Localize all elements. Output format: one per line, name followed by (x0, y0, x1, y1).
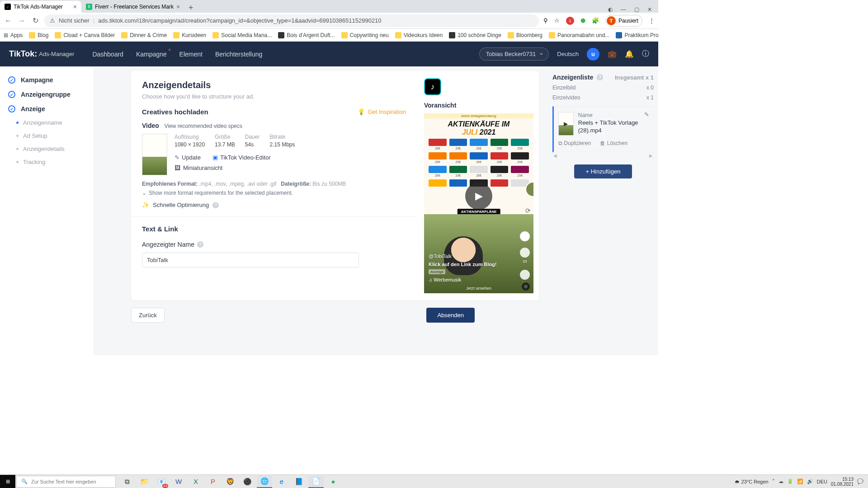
profile-chip[interactable]: T Pausiert (605, 15, 642, 27)
step-anzeigengruppe[interactable]: ✓Anzeigengruppe (0, 87, 94, 102)
extension-icon[interactable]: ⬢ (580, 17, 585, 24)
rail-title: Anzeigenliste (552, 74, 593, 81)
bookmark-item[interactable]: Copywriting neu (341, 32, 389, 38)
reload-button[interactable]: ↻ (31, 16, 40, 25)
bookmark-item[interactable]: Blog (29, 32, 48, 38)
meta-value: 2.15 Mbps (269, 141, 295, 148)
nav-element[interactable]: Element (179, 51, 203, 58)
fiverr-icon: fi (86, 4, 92, 10)
browser-tab-active[interactable]: ♪ TikTok Ads-Manager × (0, 1, 81, 13)
briefcase-icon[interactable]: 💼 (608, 50, 617, 58)
format-hint: Empfohlenes Format: .mp4, .mov, .mpeg, .… (142, 181, 406, 187)
bell-icon[interactable]: 🔔 (625, 50, 634, 58)
bookmark-item[interactable]: Bloomberg (508, 32, 542, 38)
bookmark-star-icon[interactable]: ☆ (554, 17, 560, 24)
pencil-icon: ✎ (175, 154, 179, 161)
substep-tracking[interactable]: Tracking (0, 155, 94, 169)
url-text: ads.tiktok.com/i18n/campaign/ad/creation… (98, 17, 381, 24)
bookmark-item[interactable]: Social Media Mana... (212, 32, 272, 38)
video-thumbnail[interactable] (142, 134, 167, 175)
preview-music: ♫ Werbemusik (429, 277, 461, 282)
duplicate-button[interactable]: ⧉ Duplizieren (558, 140, 591, 146)
ad-list-item[interactable]: ✎ ▶ Name Reels + TikTok Vorlage (28).mp4… (552, 106, 654, 152)
loop-icon: ⟳ (525, 207, 531, 214)
thumbnail-view-button[interactable]: 🖼Miniaturansicht (175, 164, 406, 171)
scroll-left-icon[interactable]: ◀ (553, 153, 557, 158)
step-anzeige[interactable]: ✓Anzeige (0, 102, 94, 116)
bookmark-item[interactable]: Cload + Canva Bilder (55, 32, 115, 38)
bookmark-item[interactable]: Dinner & Crime (121, 32, 167, 38)
heart-icon (520, 231, 530, 241)
help-icon[interactable]: ? (597, 74, 603, 80)
theme-icon[interactable]: ◐ (608, 6, 613, 13)
phone-preview[interactable]: keine Anlageberatung AKTIENKÄUFE IM JULI… (424, 113, 533, 293)
help-icon[interactable]: ⓘ (642, 49, 649, 59)
kebab-menu-icon[interactable]: ⋮ (649, 17, 655, 24)
substep-ad-setup[interactable]: Ad Setup (0, 129, 94, 142)
video-specs-link[interactable]: View recommended video specs (165, 123, 243, 129)
forward-button[interactable]: → (17, 17, 26, 25)
add-ad-button[interactable]: + Hinzufügen (574, 164, 632, 178)
back-button[interactable]: ← (4, 17, 13, 25)
check-icon: ✓ (8, 76, 15, 84)
tiktok-app-icon[interactable]: ♪ (424, 78, 441, 95)
rail-total: Insgesamt x 1 (615, 74, 654, 81)
disc-icon (522, 282, 530, 291)
language-selector[interactable]: Deutsch (557, 51, 579, 57)
nav-dashboard[interactable]: Dashboard (92, 51, 123, 58)
nav-berichterstellung[interactable]: Berichterstellung (215, 51, 262, 58)
avatar[interactable]: u (587, 48, 599, 61)
search-in-page-icon[interactable]: ⚲ (543, 17, 548, 24)
edit-icon[interactable]: ✎ (644, 111, 649, 118)
show-more-link[interactable]: ⌄Show more format requirements for the s… (142, 190, 406, 196)
extensions-icon[interactable]: 🧩 (592, 17, 599, 24)
folder-icon (278, 32, 284, 38)
nav-kampagne[interactable]: Kampagne (136, 51, 167, 58)
minimize-icon[interactable]: — (621, 6, 626, 13)
text-link-title: Text & Link (142, 225, 406, 233)
tiktok-icon: ♪ (5, 4, 11, 10)
new-tab-button[interactable]: + (184, 3, 197, 13)
extension-badge[interactable]: 1 (566, 17, 574, 25)
bookmark-item[interactable]: 100 schöne Dinge (449, 32, 501, 38)
address-bar[interactable]: ⚠ Nicht sicher | ads.tiktok.com/i18n/cam… (44, 14, 539, 27)
details-card: Anzeigendetails Choose how you'd like to… (131, 71, 539, 300)
substep-anzeigendetails[interactable]: Anzeigendetails (0, 142, 94, 155)
update-button[interactable]: ✎Update (175, 154, 201, 161)
submit-button[interactable]: Absenden (426, 308, 475, 323)
substep-anzeigenname[interactable]: Anzeigenname (0, 116, 94, 129)
preview-headline2: JULI 2021 (424, 128, 533, 136)
quick-optimize-button[interactable]: ✨Schnelle Optimierung? (142, 202, 406, 208)
maximize-icon[interactable]: ▢ (634, 6, 639, 13)
bookmark-item[interactable]: Praktikum Projektm... (616, 32, 658, 38)
tab-title: TikTok Ads-Manager (14, 4, 63, 10)
chevron-down-icon: ⌄ (142, 190, 146, 196)
step-kampagne[interactable]: ✓Kampagne (0, 73, 94, 87)
back-button[interactable]: Zurück (131, 308, 165, 323)
bookmark-item[interactable]: Videokurs Ideen (395, 32, 443, 38)
help-icon[interactable]: ? (197, 241, 203, 248)
video-editor-button[interactable]: ▣TikTok Video-Editor (212, 154, 271, 161)
bookmark-item[interactable]: Panoramabahn und... (549, 32, 609, 38)
scroll-right-icon[interactable]: ▶ (649, 153, 653, 158)
bookmark-item[interactable]: Bois d'Argent Duft... (278, 32, 335, 38)
trash-icon: 🗑 (600, 140, 605, 146)
get-inspiration-link[interactable]: 💡 Get Inspiration (358, 108, 406, 115)
meta-value: 54s (245, 141, 260, 148)
help-icon[interactable]: ? (212, 202, 219, 208)
tiktok-logo[interactable]: TikTok: Ads-Manager (9, 49, 74, 59)
play-icon[interactable]: ▶ (465, 183, 492, 210)
tab-close-icon[interactable]: × (176, 3, 180, 10)
close-icon[interactable]: ✕ (647, 6, 652, 13)
browser-tab-inactive[interactable]: fi Fiverr - Freelance Services Mark × (81, 1, 184, 13)
user-dropdown[interactable]: Tobias Becker0731 (479, 47, 549, 61)
check-icon: ✓ (8, 91, 15, 98)
apps-button[interactable]: ⊞Apps (4, 32, 23, 38)
display-name-input[interactable] (142, 253, 359, 267)
ad-thumbnail: ▶ (558, 112, 574, 136)
ad-name-label: Name (578, 112, 649, 118)
tab-close-icon[interactable]: × (73, 3, 77, 10)
bookmark-item[interactable]: Kursideen (173, 32, 206, 38)
window-controls: ◐ — ▢ ✕ (602, 6, 658, 13)
delete-button[interactable]: 🗑 Löschen (600, 140, 627, 146)
